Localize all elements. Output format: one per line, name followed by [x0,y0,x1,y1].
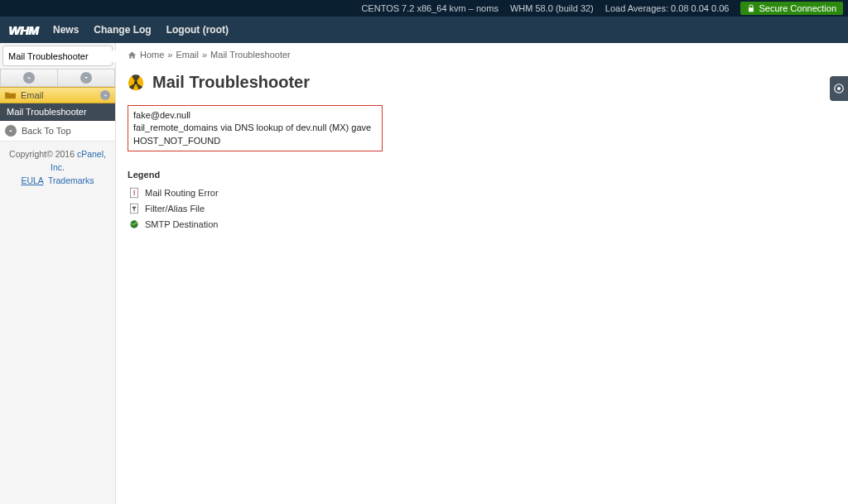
nav-news[interactable]: News [53,24,79,36]
legend-smtp-dest: SMTP Destination [128,216,836,232]
lock-icon [747,4,755,12]
nav-logout[interactable]: Logout (root) [166,24,229,36]
legend: Legend ! Mail Routing Error Filter/Alias… [128,170,836,232]
breadcrumb: Home » Email » Mail Troubleshooter [116,43,848,65]
nuclear-icon [128,74,144,91]
whm-version: WHM 58.0 (build 32) [510,3,594,13]
svg-text:!: ! [132,190,135,197]
trace-result: fake@dev.null fail_remote_domains via DN… [128,105,383,151]
globe-icon [128,218,140,230]
category-label: Email [21,90,44,100]
legend-filter-alias: Filter/Alias File [128,200,836,216]
file-warning-icon: ! [128,186,140,199]
breadcrumb-email[interactable]: Email [176,50,199,60]
back-to-top[interactable]: Back To Top [0,121,115,142]
help-icon [833,83,845,94]
collapse-all-button[interactable] [0,69,57,87]
load-averages: Load Averages: 0.08 0.04 0.06 [605,3,730,13]
whm-logo[interactable]: WHM [8,23,38,37]
expand-all-button[interactable] [57,69,115,87]
back-to-top-label: Back To Top [22,126,71,136]
status-bar: CENTOS 7.2 x86_64 kvm – noms WHM 58.0 (b… [0,0,848,17]
file-filter-icon [128,202,140,214]
main-content: Home » Email » Mail Troubleshooter Mail … [116,43,848,504]
secure-connection-badge: Secure Connection [740,2,843,15]
legend-heading: Legend [128,170,836,180]
chevron-up-icon [26,74,32,81]
copyright-text: Copyright© 2016 [9,149,77,159]
trademarks-link[interactable]: Trademarks [48,175,94,185]
collapse-category-button[interactable] [100,90,110,100]
search-input[interactable] [7,50,124,62]
sidebar-footer: Copyright© 2016 cPanel, Inc. EULA Tradem… [0,142,115,194]
legend-label: SMTP Destination [145,219,218,229]
legend-label: Filter/Alias File [145,204,205,214]
os-info: CENTOS 7.2 x86_64 kvm – noms [361,3,498,13]
page-header: Mail Troubleshooter [116,65,848,100]
chevron-down-icon [83,74,89,81]
sidebar-search[interactable] [2,46,113,66]
help-tab[interactable] [830,76,848,101]
page-title: Mail Troubleshooter [152,73,310,92]
expand-collapse-bar [0,69,115,87]
navbar: WHM News Change Log Logout (root) [0,17,848,43]
eula-link[interactable]: EULA [21,175,43,185]
sidebar-item-mail-troubleshooter[interactable]: Mail Troubleshooter [0,103,115,121]
sidebar: Email Mail Troubleshooter Back To Top Co… [0,43,116,504]
secure-connection-label: Secure Connection [759,3,836,13]
folder-icon [5,91,16,99]
nav-changelog[interactable]: Change Log [94,24,151,36]
chevron-up-icon [7,127,14,134]
breadcrumb-current: Mail Troubleshooter [210,50,291,60]
result-line-2: fail_remote_domains via DNS lookup of de… [133,122,377,147]
svg-point-1 [134,80,137,84]
chevron-down-icon [103,93,108,98]
sidebar-category-email[interactable]: Email [0,87,115,103]
legend-label: Mail Routing Error [145,188,219,198]
result-line-1: fake@dev.null [133,109,377,122]
legend-routing-error: ! Mail Routing Error [128,185,836,200]
svg-point-7 [837,87,841,90]
breadcrumb-home[interactable]: Home [140,50,164,60]
home-icon [128,50,137,60]
